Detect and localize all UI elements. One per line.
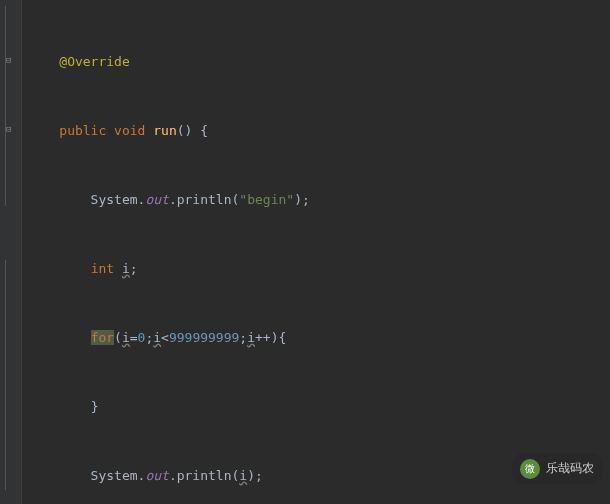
watermark-badge: 微 乐哉码农 bbox=[512, 453, 602, 484]
fold-minus-icon[interactable]: ⊟ bbox=[6, 125, 15, 134]
fold-minus-icon[interactable]: ⊟ bbox=[6, 56, 15, 65]
code-editor[interactable]: ⊟ @Override ⊟ public void run() { System… bbox=[0, 0, 610, 504]
code-line: System.out.println("begin"); bbox=[28, 188, 610, 211]
code-line: ⊟ @Override bbox=[28, 50, 610, 73]
code-line: ⊟ public void run() { bbox=[28, 119, 610, 142]
watermark-text: 乐哉码农 bbox=[546, 457, 594, 480]
editor-gutter bbox=[0, 0, 22, 504]
code-line: } bbox=[28, 395, 610, 418]
code-line: for(i=0;i<999999999;i++){ bbox=[28, 326, 610, 349]
wechat-icon: 微 bbox=[520, 459, 540, 479]
code-line: int i; bbox=[28, 257, 610, 280]
